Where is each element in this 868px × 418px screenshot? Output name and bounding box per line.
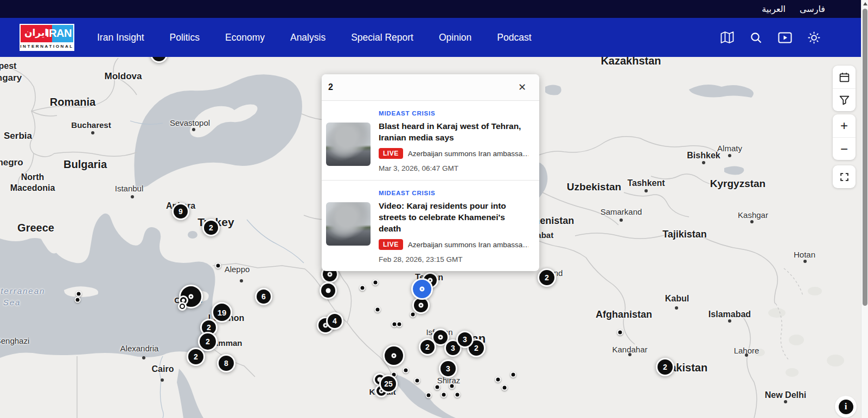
city-dot xyxy=(702,161,705,164)
filter-icon[interactable] xyxy=(833,88,856,111)
selected-pin-marker[interactable] xyxy=(411,278,433,300)
zoom-out-button[interactable]: − xyxy=(833,137,856,160)
event-dot-marker[interactable] xyxy=(617,330,623,336)
pin-marker[interactable] xyxy=(320,282,337,299)
language-link-arabic[interactable]: العربية xyxy=(762,4,786,14)
cluster-marker[interactable]: 3 xyxy=(439,359,457,378)
pin-glyph xyxy=(419,303,424,308)
scrollbar[interactable] xyxy=(861,0,868,418)
map-city-label: Islamabad xyxy=(709,310,751,319)
zoom-in-button[interactable]: + xyxy=(833,114,856,137)
map-tools-group xyxy=(833,66,856,111)
event-dot-marker[interactable] xyxy=(441,392,447,398)
city-dot xyxy=(750,220,754,223)
pin-glyph xyxy=(392,353,397,358)
map-city-label: Almaty xyxy=(717,144,742,153)
news-category[interactable]: MIDEAST CRISIS xyxy=(379,190,528,196)
map-city-label: Kabul xyxy=(665,294,689,304)
event-dot-marker[interactable] xyxy=(502,385,508,391)
nav-item-special-report[interactable]: Special Report xyxy=(351,32,413,43)
news-category[interactable]: MIDEAST CRISIS xyxy=(379,110,528,117)
pin-marker[interactable] xyxy=(178,302,187,311)
cluster-marker[interactable]: 2 xyxy=(202,219,220,236)
nav-item-iran-insight[interactable]: Iran Insight xyxy=(97,32,144,43)
event-dot-marker[interactable] xyxy=(76,291,82,297)
nav-item-analysis[interactable]: Analysis xyxy=(290,32,326,43)
news-item[interactable]: MIDEAST CRISIS Blast heard in Karaj west… xyxy=(322,101,539,180)
nav-item-podcast[interactable]: Podcast xyxy=(497,32,531,43)
cluster-marker[interactable]: 25 xyxy=(379,375,398,393)
cluster-marker[interactable]: 3 xyxy=(456,331,474,348)
map-icon[interactable] xyxy=(720,31,734,43)
nav-item-politics[interactable]: Politics xyxy=(170,32,200,43)
map-label-fragment: pest xyxy=(0,61,16,71)
scrollbar-thumb[interactable] xyxy=(863,9,867,306)
map-country-label: North xyxy=(21,172,44,182)
iran-international-logo[interactable]: ایران IRAN INTERNATIONAL xyxy=(20,24,74,51)
event-dot-marker[interactable] xyxy=(403,368,409,374)
sea-label: Sea xyxy=(3,298,21,307)
map-city-label: Sevastopol xyxy=(170,118,210,127)
city-dot xyxy=(803,260,807,263)
news-item[interactable]: MIDEAST CRISIS Video: Karaj residents po… xyxy=(322,180,539,271)
cluster-marker[interactable]: 8 xyxy=(217,354,235,372)
pin-marker[interactable] xyxy=(383,345,405,366)
event-dot-marker[interactable] xyxy=(360,285,366,291)
cluster-marker[interactable]: 9 xyxy=(172,203,189,220)
map-city-label: Hotan xyxy=(794,250,815,259)
fullscreen-icon[interactable] xyxy=(833,165,856,188)
cluster-marker[interactable]: 19 xyxy=(212,302,232,323)
calendar-icon[interactable] xyxy=(833,66,856,88)
event-dot-marker[interactable] xyxy=(397,321,403,327)
map-city-label: Aleppo xyxy=(225,265,250,274)
event-dot-marker[interactable] xyxy=(414,378,420,384)
live-ticker-text[interactable]: Azerbaijan summons Iran ambassa… xyxy=(408,241,528,249)
map-country-label: Romania xyxy=(50,96,95,108)
city-dot xyxy=(675,306,678,310)
event-dot-marker[interactable] xyxy=(426,393,432,398)
cluster-marker[interactable]: 4 xyxy=(326,312,343,330)
nav-item-economy[interactable]: Economy xyxy=(225,32,265,43)
language-bar: العربية فارسی xyxy=(0,0,868,18)
scrollbar-up-arrow[interactable] xyxy=(863,2,867,5)
pin-glyph xyxy=(438,335,443,340)
nav-menu: Iran Insight Politics Economy Analysis S… xyxy=(97,32,532,43)
logo-latin-text: IRAN xyxy=(46,27,72,40)
cluster-marker[interactable]: 2 xyxy=(198,332,218,351)
main-navbar: ایران IRAN INTERNATIONAL Iran Insight Po… xyxy=(0,18,868,57)
live-badge: LIVE xyxy=(379,239,403,250)
cluster-marker[interactable]: 2 xyxy=(538,268,556,287)
event-dot-marker[interactable] xyxy=(215,263,221,269)
theme-icon[interactable] xyxy=(808,31,820,44)
event-dot-marker[interactable] xyxy=(495,377,501,383)
cluster-marker[interactable]: 2 xyxy=(419,338,436,356)
event-dot-marker[interactable] xyxy=(455,392,461,398)
event-dot-marker[interactable] xyxy=(375,307,381,313)
event-dot-marker[interactable] xyxy=(373,280,379,286)
language-link-farsi[interactable]: فارسی xyxy=(800,4,825,14)
event-dot-marker[interactable] xyxy=(449,383,455,389)
news-headline[interactable]: Video: Karaj residents pour into streets… xyxy=(379,200,526,234)
info-icon[interactable]: i xyxy=(835,396,857,417)
live-ticker-text[interactable]: Azerbaijan summons Iran ambassa… xyxy=(408,150,528,158)
pin-glyph xyxy=(181,305,184,308)
news-headline[interactable]: Blast heard in Karaj west of Tehran, Ira… xyxy=(379,120,526,143)
video-icon[interactable] xyxy=(778,32,792,43)
map-label-fragment: negro xyxy=(0,157,23,168)
event-dot-marker[interactable] xyxy=(510,372,516,378)
nav-item-opinion[interactable]: Opinion xyxy=(439,32,471,43)
popup-count: 2 xyxy=(328,82,333,92)
sea-label: Mediterranean xyxy=(0,286,45,295)
search-icon[interactable] xyxy=(750,31,762,44)
event-dot-marker[interactable] xyxy=(435,384,441,390)
map-country-label: Tajikistan xyxy=(662,229,707,240)
cluster-marker[interactable]: 2 xyxy=(187,348,205,366)
news-thumbnail-smoke-photo xyxy=(326,123,371,166)
cluster-marker[interactable]: 6 xyxy=(255,288,272,305)
event-dot-marker[interactable] xyxy=(410,312,416,318)
city-dot xyxy=(142,356,145,359)
popup-header: 2 ✕ xyxy=(322,74,539,101)
event-dot-marker[interactable] xyxy=(75,297,81,303)
close-icon[interactable]: ✕ xyxy=(518,82,526,92)
cluster-marker[interactable]: 2 xyxy=(656,358,674,376)
